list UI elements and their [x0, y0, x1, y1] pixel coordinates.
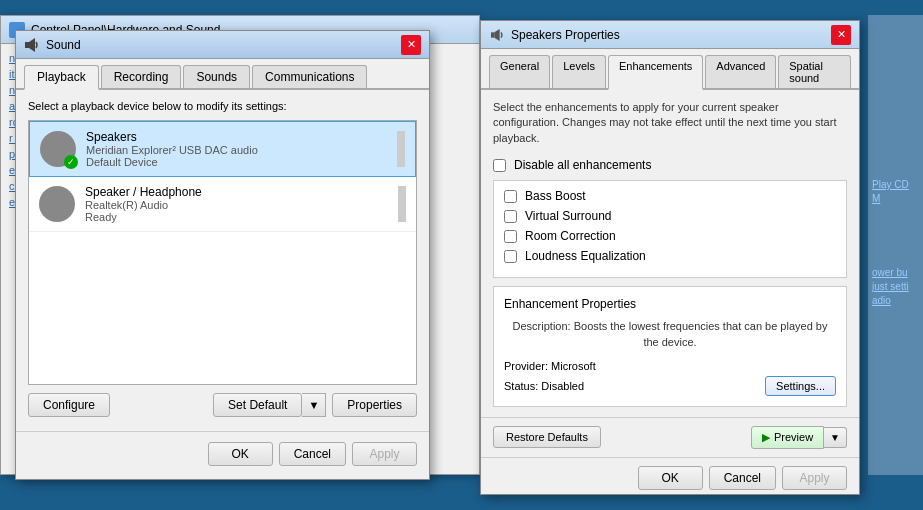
speakers-title-group: Speakers Properties — [489, 27, 620, 43]
headphone-info: Speaker / Headphone Realtek(R) Audio Rea… — [85, 185, 202, 223]
scroll-bar-1 — [397, 131, 405, 167]
headphone-detail2: Ready — [85, 211, 202, 223]
right-panel: Play CD M ower bu just setti adio — [868, 15, 923, 475]
sound-dialog-titlebar: Sound ✕ — [16, 31, 429, 59]
svg-marker-1 — [29, 38, 35, 52]
right-link-adio[interactable]: adio — [872, 295, 919, 306]
sound-dialog-close[interactable]: ✕ — [401, 35, 421, 55]
speakers-cancel-button[interactable]: Cancel — [709, 466, 776, 490]
bass-boost-checkbox[interactable] — [504, 190, 517, 203]
ep-description: Description: Boosts the lowest frequenci… — [504, 319, 836, 350]
tab-spatial-sound[interactable]: Spatial sound — [778, 55, 851, 88]
svg-rect-6 — [491, 32, 494, 37]
sound-ok-button[interactable]: OK — [208, 442, 273, 466]
sound-apply-button[interactable]: Apply — [352, 442, 417, 466]
virtual-surround-row: Virtual Surround — [504, 209, 836, 223]
disable-all-checkbox[interactable] — [493, 159, 506, 172]
bass-boost-label[interactable]: Bass Boost — [525, 189, 586, 203]
set-default-group: Set Default ▼ — [213, 393, 326, 417]
room-correction-row: Room Correction — [504, 229, 836, 243]
set-default-dropdown[interactable]: ▼ — [302, 393, 326, 417]
sound-icon — [24, 37, 40, 53]
tab-levels[interactable]: Levels — [552, 55, 606, 88]
speakers-apply-button[interactable]: Apply — [782, 466, 847, 490]
tab-playback[interactable]: Playback — [24, 65, 99, 90]
playback-description: Select a playback device below to modify… — [28, 100, 417, 112]
default-badge: ✓ — [64, 155, 78, 169]
svg-rect-4 — [48, 200, 53, 208]
properties-button[interactable]: Properties — [332, 393, 417, 417]
ep-status-text: Status: Disabled — [504, 380, 584, 392]
speakers-dialog-tabs: General Levels Enhancements Advanced Spa… — [481, 49, 859, 90]
speakers-detail2: Default Device — [86, 156, 258, 168]
headphone-device-icon — [39, 186, 75, 222]
tab-advanced[interactable]: Advanced — [705, 55, 776, 88]
speakers-bottom-row: Restore Defaults ▶ Preview ▼ — [481, 417, 859, 457]
enhancement-checkboxes: Bass Boost Virtual Surround Room Correct… — [493, 180, 847, 278]
headphone-icon-wrap — [39, 186, 75, 222]
right-link-lower[interactable]: ower bu — [872, 267, 919, 278]
svg-rect-0 — [25, 42, 29, 48]
configure-button[interactable]: Configure — [28, 393, 110, 417]
headphone-detail1: Realtek(R) Audio — [85, 199, 202, 211]
sound-dialog: Sound ✕ Playback Recording Sounds Commun… — [15, 30, 430, 480]
disable-all-row: Disable all enhancements — [493, 158, 847, 172]
headphone-name: Speaker / Headphone — [85, 185, 202, 199]
right-link-just[interactable]: just setti — [872, 281, 919, 292]
loudness-eq-row: Loudness Equalization — [504, 249, 836, 263]
sound-dialog-content: Select a playback device below to modify… — [16, 90, 429, 427]
play-icon: ▶ — [762, 431, 770, 444]
device-headphone[interactable]: Speaker / Headphone Realtek(R) Audio Rea… — [29, 177, 416, 232]
speakers-name: Speakers — [86, 130, 258, 144]
tab-sounds[interactable]: Sounds — [183, 65, 250, 88]
settings-button[interactable]: Settings... — [765, 376, 836, 396]
right-link-play[interactable]: Play CD — [872, 179, 919, 190]
ep-status-row: Status: Disabled Settings... — [504, 376, 836, 396]
sound-cancel-button[interactable]: Cancel — [279, 442, 346, 466]
sound-dialog-bottom: OK Cancel Apply — [16, 431, 429, 476]
preview-button[interactable]: ▶ Preview — [751, 426, 824, 449]
loudness-eq-label[interactable]: Loudness Equalization — [525, 249, 646, 263]
speakers-dialog-bottom: OK Cancel Apply — [481, 457, 859, 498]
enhancements-content: Select the enhancements to apply for you… — [481, 90, 859, 417]
scroll-bar-2 — [398, 186, 406, 222]
tab-general[interactable]: General — [489, 55, 550, 88]
tab-recording[interactable]: Recording — [101, 65, 182, 88]
sound-dialog-title-group: Sound — [24, 37, 81, 53]
svg-marker-3 — [54, 140, 62, 158]
svg-rect-2 — [49, 145, 54, 153]
speakers-dialog-titlebar: Speakers Properties ✕ — [481, 21, 859, 49]
disable-all-label[interactable]: Disable all enhancements — [514, 158, 651, 172]
svg-marker-5 — [53, 195, 61, 213]
tab-enhancements[interactable]: Enhancements — [608, 55, 703, 90]
ep-header: Enhancement Properties — [504, 297, 836, 311]
loudness-eq-checkbox[interactable] — [504, 250, 517, 263]
virtual-surround-label[interactable]: Virtual Surround — [525, 209, 612, 223]
enhancement-properties-box: Enhancement Properties Description: Boos… — [493, 286, 847, 407]
room-correction-checkbox[interactable] — [504, 230, 517, 243]
ep-provider: Provider: Microsoft — [504, 360, 836, 372]
svg-marker-7 — [494, 29, 499, 41]
device-list: ✓ Speakers Meridian Explorer² USB DAC au… — [28, 120, 417, 385]
sound-device-buttons: Configure Set Default ▼ Properties — [28, 393, 417, 417]
device-speakers[interactable]: ✓ Speakers Meridian Explorer² USB DAC au… — [29, 121, 416, 177]
room-correction-label[interactable]: Room Correction — [525, 229, 616, 243]
speakers-title-icon — [489, 27, 505, 43]
sound-dialog-title-text: Sound — [46, 38, 81, 52]
virtual-surround-checkbox[interactable] — [504, 210, 517, 223]
speakers-detail1: Meridian Explorer² USB DAC audio — [86, 144, 258, 156]
speakers-properties-dialog: Speakers Properties ✕ General Levels Enh… — [480, 20, 860, 495]
sound-dialog-tabs: Playback Recording Sounds Communications — [16, 59, 429, 90]
speakers-dialog-close[interactable]: ✕ — [831, 25, 851, 45]
right-link-m[interactable]: M — [872, 193, 919, 204]
restore-defaults-button[interactable]: Restore Defaults — [493, 426, 601, 448]
speakers-ok-button[interactable]: OK — [638, 466, 703, 490]
enhancements-description: Select the enhancements to apply for you… — [493, 100, 847, 146]
bass-boost-row: Bass Boost — [504, 189, 836, 203]
speakers-dialog-title-text: Speakers Properties — [511, 28, 620, 42]
tab-communications[interactable]: Communications — [252, 65, 367, 88]
set-default-button[interactable]: Set Default — [213, 393, 302, 417]
preview-dropdown[interactable]: ▼ — [824, 427, 847, 448]
preview-button-group: ▶ Preview ▼ — [751, 426, 847, 449]
speakers-info: Speakers Meridian Explorer² USB DAC audi… — [86, 130, 258, 168]
